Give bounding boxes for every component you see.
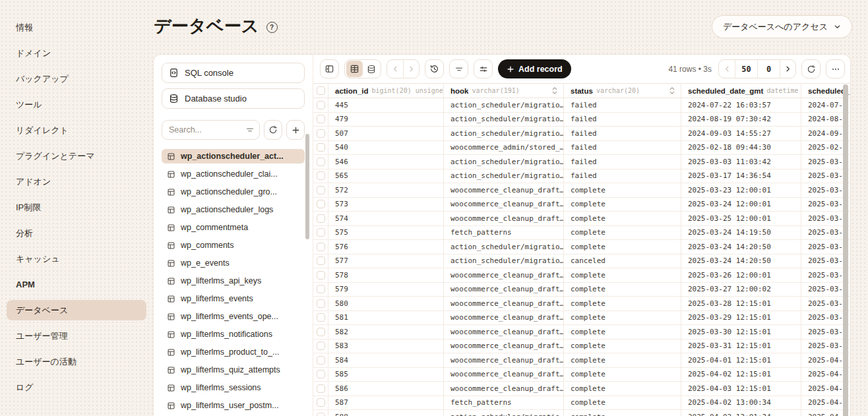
cell-scheduled-date-gmt[interactable]: 2024-07-22 16:03:57 [681,98,801,112]
cell-scheduled-date-gmt[interactable]: 2025-03-31 12:15:01 [681,340,801,353]
table-row[interactable]: 575 fetch_patterns complete 2025-03-24 1… [313,226,850,241]
cell-scheduled-date-gmt[interactable]: 2024-08-19 07:30:42 [681,113,801,127]
cell-status[interactable]: complete [564,311,681,325]
cell-status[interactable]: complete [564,382,681,396]
grid-view-button[interactable] [346,61,363,77]
cell-hook[interactable]: woocommerce_cleanup_draft… [444,183,564,197]
sidebar-item[interactable]: ユーザーの活動 [7,351,146,372]
row-checkbox[interactable] [317,101,325,109]
cell-scheduled-date-gmt[interactable]: 2025-03-30 12:15:01 [681,325,801,339]
table-row[interactable]: 573 woocommerce_cleanup_draft… complete … [313,198,850,212]
cell-action-id[interactable]: 588 [328,410,444,416]
cell-hook[interactable]: woocommerce_cleanup_draft… [444,325,564,339]
back-button[interactable] [387,60,403,78]
help-icon[interactable]: ? [266,22,278,33]
table-row[interactable]: 584 woocommerce_cleanup_draft… complete … [313,353,850,368]
cell-status[interactable]: complete [564,240,681,254]
cell-hook[interactable]: action_scheduler/migratio… [444,410,564,416]
row-checkbox[interactable] [317,129,325,138]
cell-scheduled-date-gmt[interactable]: 2025-03-23 12:00:01 [681,183,801,197]
cell-action-id[interactable]: 572 [328,183,444,197]
cell-action-id[interactable]: 578 [328,268,444,282]
table-list-item[interactable]: wp_lifterlms_events [162,291,305,306]
table-list-item[interactable]: wp_lifterlms_quiz_attempts [162,363,305,377]
cell-scheduled-date-gmt[interactable]: 2025-03-27 12:00:02 [681,283,801,297]
cell-hook[interactable]: woocommerce_cleanup_draft… [444,382,564,396]
cell-scheduled-date-gmt[interactable]: 2025-03-29 12:15:01 [681,311,801,325]
page-size-value[interactable]: 50 [735,60,757,78]
table-row[interactable]: 580 woocommerce_cleanup_draft… complete … [313,297,850,311]
table-row[interactable]: 587 fetch_patterns complete 2025-04-02 1… [313,396,850,411]
row-checkbox[interactable] [317,342,325,350]
cell-status[interactable]: failed [564,98,681,112]
row-checkbox[interactable] [317,143,325,152]
next-page-button[interactable] [780,60,795,78]
column-header[interactable]: scheduled_date_gmt datetime [681,84,801,98]
row-checkbox[interactable] [317,271,325,280]
cell-status[interactable]: complete [564,283,681,297]
sidebar-item[interactable]: リダイレクト [7,120,146,140]
table-row[interactable]: 577 action_scheduler/migratio… canceled … [313,254,850,269]
row-checkbox[interactable] [317,356,325,365]
sql-console-button[interactable]: SQL console [162,63,305,83]
table-row[interactable]: 588 action_scheduler/migratio… complete … [313,410,850,416]
table-row[interactable]: 576 action_scheduler/migratio… complete … [313,240,850,254]
table-list-item[interactable]: wp_lifterlms_api_keys [162,274,305,288]
sort-icon[interactable] [669,86,675,95]
row-checkbox[interactable] [317,285,325,293]
cell-scheduled-date-gmt[interactable]: 2025-04-02 13:00:34 [681,396,801,410]
collapse-panel-button[interactable] [320,59,339,78]
cell-status[interactable]: complete [564,353,681,367]
cell-hook[interactable]: woocommerce_cleanup_draft… [444,340,564,353]
cell-action-id[interactable]: 575 [328,226,444,240]
table-row[interactable]: 578 woocommerce_cleanup_draft… complete … [313,268,850,283]
column-header[interactable]: status varchar(20) [564,84,681,98]
cell-action-id[interactable]: 445 [328,98,444,112]
table-list-item[interactable]: wp_lifterlms_events_ope... [162,309,305,324]
sidebar-item[interactable]: データベース [7,300,146,320]
table-row[interactable]: 546 action_scheduler/migratio… failed 20… [313,155,850,169]
row-checkbox[interactable] [317,158,325,166]
cell-status[interactable]: complete [564,340,681,353]
cell-scheduled-date-gmt[interactable]: 2025-03-24 12:00:01 [681,198,801,212]
cell-hook[interactable]: woocommerce_admin/stored_… [444,141,564,155]
row-checkbox[interactable] [317,243,325,251]
column-header[interactable]: hook varchar(191) [444,84,564,98]
table-row[interactable]: 565 action_scheduler/migratio… failed 20… [313,169,850,184]
cell-scheduled-date-gmt[interactable]: 2025-04-03 12:15:01 [681,382,801,396]
forward-button[interactable] [403,60,419,78]
table-row[interactable]: 507 action_scheduler/migratio… failed 20… [313,127,850,141]
cell-hook[interactable]: woocommerce_cleanup_draft… [444,198,564,212]
table-row[interactable]: 586 woocommerce_cleanup_draft… complete … [313,382,850,396]
database-studio-button[interactable]: Database studio [162,88,305,109]
row-checkbox[interactable] [317,256,325,265]
display-settings-button[interactable] [474,59,493,78]
cell-action-id[interactable]: 574 [328,212,444,225]
cell-action-id[interactable]: 577 [328,254,444,268]
row-checkbox[interactable] [317,398,325,407]
sidebar-item[interactable]: APM [7,274,146,295]
cell-action-id[interactable]: 580 [328,297,444,311]
cell-action-id[interactable]: 587 [328,396,444,410]
cell-action-id[interactable]: 576 [328,240,444,254]
table-list-item[interactable]: wp_actionscheduler_gro... [162,185,305,199]
cell-action-id[interactable]: 479 [328,113,444,127]
table-row[interactable]: 583 woocommerce_cleanup_draft… complete … [313,340,850,354]
refresh-grid-button[interactable] [801,59,821,78]
cell-action-id[interactable]: 507 [328,127,444,140]
sidebar-item[interactable]: キャッシュ [7,249,146,269]
cell-scheduled-date-gmt[interactable]: 2025-03-28 12:15:01 [681,297,801,311]
cell-hook[interactable]: action_scheduler/migratio… [444,169,564,183]
cell-hook[interactable]: woocommerce_cleanup_draft… [444,283,564,297]
cell-status[interactable]: complete [564,212,681,225]
cell-status[interactable]: failed [564,113,681,127]
cell-status[interactable]: failed [564,141,681,155]
row-checkbox[interactable] [317,115,325,123]
cell-status[interactable]: complete [564,198,681,212]
sidebar-item[interactable]: 分析 [7,223,146,243]
column-header[interactable]: action_id bigint(20) unsigned [328,84,444,98]
table-list-item[interactable]: wp_actionscheduler_clai... [162,167,305,181]
table-list-item[interactable]: wp_commentmeta [162,220,305,235]
cell-action-id[interactable]: 540 [328,141,444,155]
cell-hook[interactable]: woocommerce_cleanup_draft… [444,368,564,382]
